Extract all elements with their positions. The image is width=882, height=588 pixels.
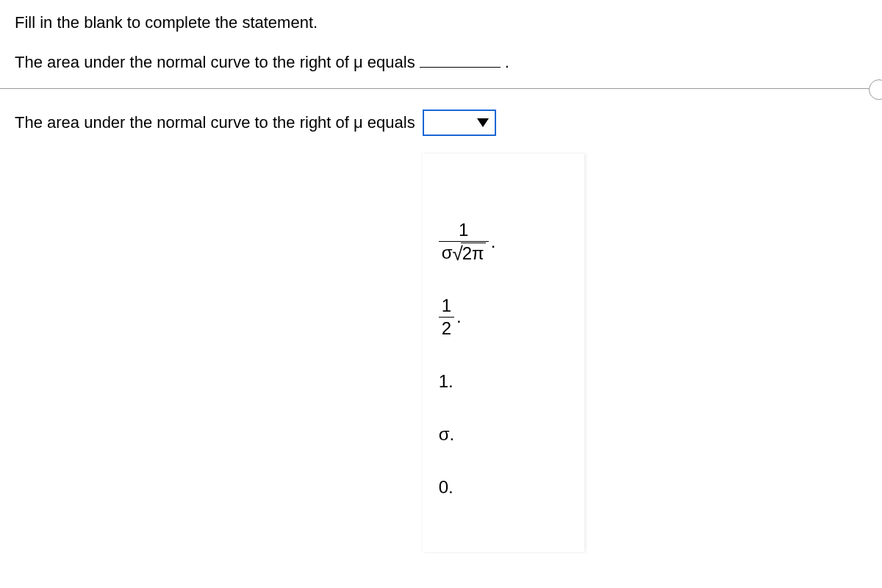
section-divider bbox=[0, 88, 882, 89]
fill-blank-line bbox=[420, 50, 501, 68]
option-one[interactable]: 1. bbox=[439, 371, 568, 392]
option5-text: 0. bbox=[439, 477, 453, 498]
option-1-over-sigma-root-2pi[interactable]: 1 σ√2π . bbox=[439, 220, 568, 263]
option1-den-radicand: 2π bbox=[461, 243, 486, 264]
option4-text: σ. bbox=[439, 424, 454, 445]
option2-period: . bbox=[456, 306, 462, 327]
statement-suffix: . bbox=[505, 53, 509, 72]
statement-with-blank: The area under the normal curve to the r… bbox=[15, 50, 867, 72]
option3-text: 1. bbox=[439, 371, 453, 392]
chevron-down-icon bbox=[477, 118, 489, 127]
option-one-half[interactable]: 1 2 . bbox=[439, 295, 568, 338]
option-sigma[interactable]: σ. bbox=[439, 424, 568, 445]
instruction-text: Fill in the blank to complete the statem… bbox=[15, 13, 867, 32]
option2-numerator: 1 bbox=[439, 295, 454, 317]
answer-row: The area under the normal curve to the r… bbox=[15, 110, 867, 136]
option1-numerator: 1 bbox=[456, 220, 471, 241]
statement-prefix: The area under the normal curve to the r… bbox=[15, 53, 415, 72]
option-zero[interactable]: 0. bbox=[439, 477, 568, 498]
option1-period: . bbox=[491, 232, 496, 252]
dropdown-options-panel: 1 σ√2π . 1 2 . 1. σ. bbox=[423, 154, 584, 551]
radical-icon: √ bbox=[452, 244, 462, 265]
option2-denominator: 2 bbox=[439, 317, 454, 339]
question-prompt: Fill in the blank to complete the statem… bbox=[15, 13, 867, 72]
option1-den-sigma: σ bbox=[442, 243, 453, 262]
answer-prefix-text: The area under the normal curve to the r… bbox=[15, 113, 415, 132]
answer-dropdown[interactable] bbox=[423, 110, 496, 136]
divider-end-cap bbox=[869, 79, 882, 100]
